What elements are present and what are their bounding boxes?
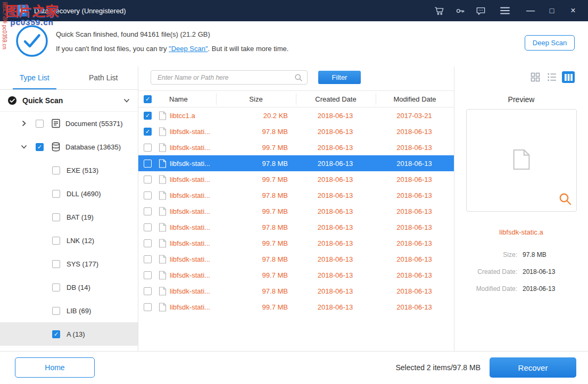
zoom-preview-icon[interactable] (558, 192, 572, 208)
file-modified-date: 2018-06-13 (375, 191, 453, 199)
collapse-chevron-icon[interactable] (123, 97, 130, 104)
table-row[interactable]: libtcc1.a 20.2 KB 2018-06-13 2017-03-21 (138, 107, 454, 123)
filter-button[interactable]: Filter (318, 71, 361, 84)
cart-icon[interactable] (434, 6, 444, 16)
file-type-item[interactable]: A (13) (0, 322, 138, 346)
file-type-item[interactable]: EXE (513) (0, 158, 138, 182)
scan-summary: Quick Scan finished, found 94161 file(s)… (56, 30, 210, 38)
detail-view-icon[interactable] (562, 71, 575, 83)
column-header-name[interactable]: Name (169, 95, 188, 103)
expand-chevron-icon[interactable] (20, 120, 29, 127)
file-size: 97.8 MB (216, 223, 295, 231)
file-icon (159, 143, 167, 152)
list-view-icon[interactable] (545, 71, 558, 83)
row-checkbox[interactable] (144, 271, 152, 279)
database-checkbox[interactable] (36, 143, 44, 151)
scan-result-banner: Quick Scan finished, found 94161 file(s)… (0, 21, 588, 66)
table-row[interactable]: libfsdk-stati... 99.7 MB 2018-06-13 2018… (138, 235, 454, 251)
scan-mode-label: Quick Scan (22, 96, 63, 105)
collapse-chevron-icon[interactable] (20, 143, 29, 151)
file-type-item[interactable]: SYS (177) (0, 252, 138, 276)
column-divider (296, 93, 296, 105)
minimize-button[interactable]: — (525, 5, 536, 16)
header-checkbox[interactable] (144, 95, 152, 103)
row-checkbox[interactable] (144, 239, 152, 247)
row-checkbox[interactable] (144, 128, 152, 136)
deep-scan-button[interactable]: Deep Scan (525, 35, 575, 51)
detail-size-value: 97.8 MB (523, 251, 546, 258)
row-checkbox[interactable] (144, 176, 152, 183)
tree-group-document[interactable]: Document (55371) (0, 112, 138, 135)
column-header-size[interactable]: Size (216, 95, 296, 103)
tab-type-list[interactable]: Type List (0, 66, 69, 89)
table-row[interactable]: libfsdk-stati... 99.7 MB 2018-06-13 2018… (138, 203, 454, 219)
file-type-checkbox[interactable] (52, 213, 60, 221)
file-name: libfsdk-stati... (170, 128, 216, 136)
register-key-icon[interactable] (455, 6, 465, 16)
file-type-item[interactable]: LNK (12) (0, 229, 138, 252)
preview-details: Size: 97.8 MB Created Date: 2018-06-13 M… (454, 251, 588, 302)
table-row[interactable]: libfsdk-stati... 97.8 MB 2018-06-13 2018… (138, 251, 454, 267)
file-type-checkbox[interactable] (52, 190, 60, 198)
close-button[interactable]: × (568, 5, 578, 16)
document-checkbox[interactable] (36, 120, 44, 128)
menu-icon[interactable] (500, 6, 510, 15)
deep-scan-link[interactable]: "Deep Scan" (169, 45, 208, 53)
feedback-icon[interactable] (476, 6, 486, 16)
row-checkbox[interactable] (144, 144, 152, 152)
file-type-item[interactable]: BAT (19) (0, 205, 138, 229)
search-input[interactable] (151, 71, 307, 84)
file-type-checkbox[interactable] (52, 283, 60, 291)
recover-button[interactable]: Recover (490, 357, 576, 378)
row-checkbox[interactable] (144, 112, 152, 120)
table-row[interactable]: libfsdk-stati... 97.8 MB 2018-06-13 2018… (138, 219, 454, 235)
titlebar-actions: — □ × (434, 5, 578, 16)
file-type-checkbox[interactable] (52, 237, 60, 245)
row-checkbox[interactable] (144, 191, 152, 199)
scan-complete-icon (15, 24, 49, 60)
row-checkbox[interactable] (144, 207, 152, 215)
tab-path-list[interactable]: Path List (69, 66, 138, 89)
row-checkbox[interactable] (144, 160, 152, 168)
table-row[interactable]: libfsdk-stati... 99.7 MB 2018-06-13 2018… (138, 299, 454, 315)
row-checkbox[interactable] (144, 287, 152, 295)
scan-mode-row[interactable]: Quick Scan (0, 90, 138, 112)
file-created-date: 2018-06-13 (295, 303, 375, 311)
file-type-checkbox[interactable] (52, 260, 60, 268)
table-row[interactable]: libfsdk-stati... 99.7 MB 2018-06-13 2018… (138, 267, 454, 283)
file-type-checkbox[interactable] (52, 307, 60, 315)
row-checkbox[interactable] (144, 223, 152, 231)
tree-group-database[interactable]: Database (13635) (0, 135, 138, 158)
preview-panel: Preview libfsdk-static.a Size: 97.8 MB C… (454, 66, 588, 351)
file-modified-date: 2018-06-13 (375, 207, 453, 215)
table-row[interactable]: libfsdk-stati... 97.8 MB 2018-06-13 2018… (138, 283, 454, 299)
column-header-modified[interactable]: Modified Date (376, 95, 454, 103)
detail-created-label: Created Date: (454, 268, 517, 276)
column-divider (376, 93, 376, 105)
row-checkbox[interactable] (144, 303, 152, 311)
file-type-item[interactable]: DLL (4690) (0, 182, 138, 205)
file-type-label: LIB (69) (67, 307, 91, 315)
file-type-item[interactable]: DB (14) (0, 276, 138, 299)
search-icon[interactable] (294, 73, 303, 84)
file-size: 20.2 KB (216, 112, 295, 120)
table-row[interactable]: libfsdk-stati... 99.7 MB 2018-06-13 2018… (138, 139, 454, 155)
sidebar-tabs: Type List Path List (0, 66, 138, 90)
table-row[interactable]: libfsdk-stati... 97.8 MB 2018-06-13 2018… (138, 123, 454, 139)
thumbnail-view-icon[interactable] (529, 71, 542, 83)
file-size: 99.7 MB (216, 239, 295, 247)
home-button[interactable]: Home (15, 357, 95, 378)
table-row[interactable]: libfsdk-stati... 99.7 MB 2018-06-13 2018… (138, 171, 454, 187)
column-header-created[interactable]: Created Date (296, 95, 376, 103)
file-type-checkbox[interactable] (52, 330, 60, 338)
app-logo-icon (17, 5, 29, 16)
file-type-checkbox[interactable] (52, 166, 60, 174)
table-row[interactable]: libfsdk-stati... 97.8 MB 2018-06-13 2018… (138, 155, 454, 171)
table-row[interactable]: libfsdk-stati... 97.8 MB 2018-06-13 2018… (138, 187, 454, 203)
maximize-button[interactable]: □ (546, 5, 557, 16)
scan-tip-prefix: If you can't find lost files, you can tr… (56, 45, 169, 53)
file-created-date: 2018-06-13 (295, 271, 375, 279)
file-type-item[interactable]: LIB (69) (0, 299, 138, 322)
row-checkbox[interactable] (144, 255, 152, 263)
file-modified-date: 2018-06-13 (375, 271, 453, 279)
